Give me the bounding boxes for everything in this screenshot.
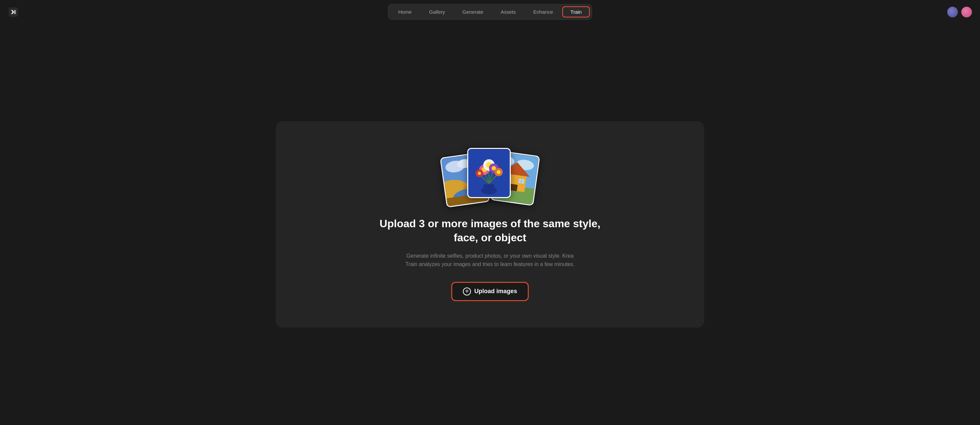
nav-item-generate[interactable]: Generate <box>455 6 492 18</box>
header: Home Gallery Generate Assets Enhance Tra… <box>0 0 980 24</box>
nav-item-assets[interactable]: Assets <box>493 6 524 18</box>
avatar-secondary[interactable] <box>947 7 958 18</box>
svg-point-26 <box>478 172 481 175</box>
nav-item-train[interactable]: Train <box>562 6 590 18</box>
nav-item-gallery[interactable]: Gallery <box>421 6 453 18</box>
upload-images-button[interactable]: + Upload images <box>452 282 528 301</box>
nav-item-enhance[interactable]: Enhance <box>525 6 561 18</box>
nav-item-home[interactable]: Home <box>390 6 420 18</box>
card-subtext: Generate infinite selfies, product photo… <box>403 251 577 269</box>
main-nav: Home Gallery Generate Assets Enhance Tra… <box>388 4 592 20</box>
plus-icon: + <box>463 288 471 296</box>
card-headline: Upload 3 or more images of the same styl… <box>373 217 607 245</box>
svg-point-24 <box>497 170 500 174</box>
train-card: Upload 3 or more images of the same styl… <box>276 121 704 327</box>
images-illustration <box>443 148 537 205</box>
svg-rect-11 <box>484 185 494 193</box>
illustration-card-center <box>467 148 511 198</box>
avatar-primary[interactable] <box>961 7 972 18</box>
main-content: Upload 3 or more images of the same styl… <box>256 24 724 425</box>
logo[interactable] <box>8 7 19 18</box>
upload-images-label: Upload images <box>474 288 517 295</box>
user-controls <box>947 7 972 18</box>
